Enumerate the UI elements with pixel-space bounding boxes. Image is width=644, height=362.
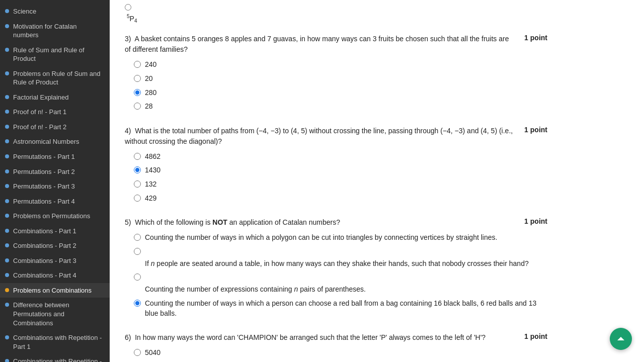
question-6-options: 5040 40320 10080 20160 [134,348,547,362]
sidebar-dot [5,71,9,75]
question-3-options: 240 20 280 28 [134,60,547,111]
sidebar-item-combinations-part4[interactable]: Combinations - Part 4 [0,268,110,283]
sidebar-item-science[interactable]: Science [0,4,110,19]
sidebar-dot [5,48,9,52]
sidebar-item-factorial-explained[interactable]: Factorial Explained [0,90,110,105]
question-4: 4) What is the total number of paths fro… [125,126,547,203]
radio-6-1[interactable] [134,349,141,356]
sidebar-item-combinations-part3[interactable]: Combinations - Part 3 [0,253,110,268]
sidebar-item-proof-nl-part2[interactable]: Proof of n! - Part 2 [0,120,110,135]
question-5-options: Counting the number of ways in which a p… [134,233,547,318]
sidebar-dot [5,154,9,158]
option-5-2-text: If n people are seated around a table, i… [145,259,529,269]
sidebar-item-combinations-repetition-part1[interactable]: Combinations with Repetition - Part 1 [0,330,110,354]
sidebar: Science Motivation for Catalan numbers R… [0,0,110,362]
sidebar-item-label: Problems on Rule of Sum and Rule of Prod… [13,69,104,87]
radio-5-1[interactable] [134,234,141,241]
radio-5-2[interactable] [134,248,141,255]
sidebar-item-combinations-part2[interactable]: Combinations - Part 2 [0,238,110,253]
sidebar-item-problems-permutations[interactable]: Problems on Permutations [0,209,110,224]
sidebar-dot [5,24,9,28]
option-3-1-label: 240 [145,60,156,70]
question-6-header: 6) In how many ways the word can 'CHAMPI… [125,332,547,343]
sidebar-item-label: Combinations - Part 2 [13,241,104,250]
option-4-4[interactable]: 429 [134,194,547,204]
sidebar-item-proof-nl-part1[interactable]: Proof of n! - Part 1 [0,105,110,120]
sidebar-dot [5,303,9,307]
sidebar-item-label: Difference between Permutations and Comb… [13,301,104,327]
sidebar-item-label: Permutations - Part 4 [13,197,104,206]
sidebar-item-astronomical-numbers[interactable]: Astronomical Numbers [0,134,110,149]
question-5-points: 1 point [524,217,547,225]
sidebar-item-label: Motivation for Catalan numbers [13,22,104,40]
sidebar-item-label: Combinations with Repetition - Part 1 [13,333,104,351]
option-3-4[interactable]: 28 [134,102,547,112]
option-4-2[interactable]: 1430 [134,165,547,175]
sidebar-item-permutations-part4[interactable]: Permutations - Part 4 [0,194,110,209]
sidebar-item-label: Combinations - Part 3 [13,256,104,265]
sidebar-item-motivation-catalan[interactable]: Motivation for Catalan numbers [0,19,110,43]
partial-top: 5P4 [110,0,644,24]
option-6-1[interactable]: 5040 [134,348,547,358]
option-5-2[interactable]: If n people are seated around a table, i… [134,247,547,269]
radio-5-4[interactable] [134,300,141,307]
main-content: 5P4 3) A basket contains 5 oranges 8 app… [110,0,644,362]
sidebar-item-label: Combinations - Part 4 [13,271,104,280]
radio-3-4[interactable] [134,103,141,110]
question-6-points: 1 point [524,332,547,340]
radio-3-3[interactable] [134,89,141,96]
radio-4-3[interactable] [134,180,141,188]
sidebar-dot [5,110,9,114]
partial-math: 5P4 [127,14,629,24]
sidebar-item-problems-rule-sum-product[interactable]: Problems on Rule of Sum and Rule of Prod… [0,66,110,90]
sidebar-item-diff-perm-comb[interactable]: Difference between Permutations and Comb… [0,298,110,330]
question-3-points: 1 point [524,34,547,42]
sidebar-item-permutations-part2[interactable]: Permutations - Part 2 [0,164,110,179]
option-3-4-label: 28 [145,102,153,112]
sidebar-item-problems-combinations[interactable]: Problems on Combinations [0,283,110,298]
radio-3-2[interactable] [134,75,141,82]
option-5-3[interactable]: Counting the number of expressions conta… [134,273,547,295]
sidebar-item-combinations-repetition-part2[interactable]: Combinations with Repetition - Part 2 [0,354,110,362]
radio-4-2[interactable] [134,166,141,173]
sidebar-item-label: Problems on Permutations [13,212,104,221]
option-4-3[interactable]: 132 [134,179,547,190]
content-area: 3) A basket contains 5 oranges 8 apples … [110,28,562,362]
option-4-1[interactable]: 4862 [134,152,547,162]
chevron-up-icon [616,334,626,344]
sidebar-item-permutations-part1[interactable]: Permutations - Part 1 [0,149,110,164]
sidebar-item-label: Astronomical Numbers [13,137,104,146]
question-5-header: 5) Which of the following is NOT an appl… [125,217,547,228]
option-3-3[interactable]: 280 [134,88,547,98]
question-6: 6) In how many ways the word can 'CHAMPI… [125,332,547,362]
option-3-1[interactable]: 240 [134,60,547,70]
sidebar-dot [5,199,9,203]
option-6-1-label: 5040 [145,348,160,358]
sidebar-item-label: Science [13,7,104,16]
sidebar-item-combinations-part1[interactable]: Combinations - Part 1 [0,224,110,239]
sidebar-dot [5,273,9,277]
sidebar-item-label: Combinations - Part 1 [13,227,104,236]
question-3: 3) A basket contains 5 oranges 8 apples … [125,34,547,111]
partial-radio[interactable] [125,4,131,11]
scroll-top-button[interactable] [610,328,632,350]
sidebar-dot [5,9,9,13]
question-4-points: 1 point [524,126,547,134]
option-4-4-label: 429 [145,194,156,204]
sidebar-item-rule-sum-product[interactable]: Rule of Sum and Rule of Product [0,43,110,66]
sidebar-item-label: Rule of Sum and Rule of Product [13,46,104,63]
radio-5-3[interactable] [134,274,141,281]
radio-4-1[interactable] [134,153,141,160]
question-3-header: 3) A basket contains 5 oranges 8 apples … [125,34,547,55]
sidebar-dot [5,359,9,362]
sidebar-dot [5,229,9,233]
question-5: 5) Which of the following is NOT an appl… [125,217,547,318]
option-5-3-inner [134,273,145,281]
radio-3-1[interactable] [134,61,141,68]
radio-4-4[interactable] [134,195,141,202]
option-5-1[interactable]: Counting the number of ways in which a p… [134,233,547,243]
question-4-text: 4) What is the total number of paths fro… [125,126,516,147]
option-3-2[interactable]: 20 [134,74,547,84]
option-5-4[interactable]: Counting the number of ways in which a p… [134,299,547,318]
sidebar-item-permutations-part3[interactable]: Permutations - Part 3 [0,179,110,194]
